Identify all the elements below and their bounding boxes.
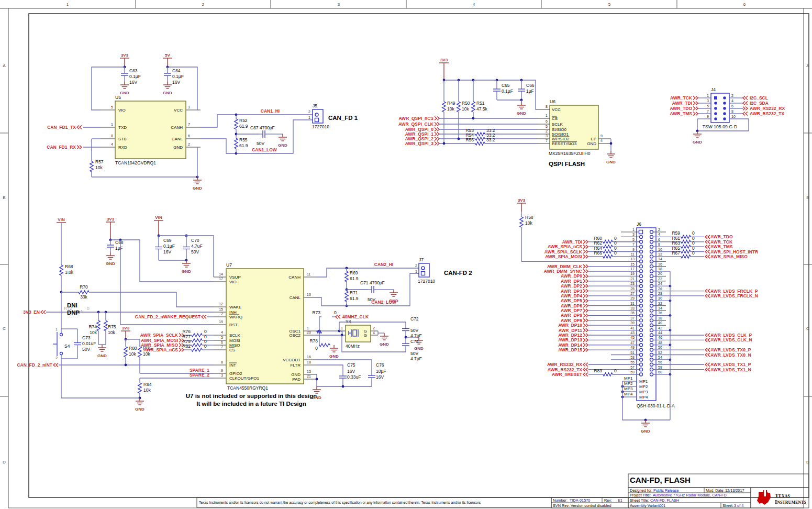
label-parts.r80.ref: R80 [129, 346, 137, 351]
pin-number: 7 [221, 345, 223, 349]
net-chevron-icon [202, 315, 206, 319]
pin-number: 8 [111, 134, 113, 138]
refdes: C68 [115, 240, 124, 245]
pin-number: 2 [188, 142, 190, 146]
junction-dot [610, 142, 613, 145]
net-label: CAN_FD_2_nINT [17, 362, 52, 368]
resistor-zigzag [475, 137, 485, 140]
net-chevron-icon [336, 315, 340, 319]
pin-number: 19 [219, 320, 223, 324]
net-chevron-icon [77, 126, 82, 129]
j6-pin [650, 324, 653, 327]
net-chevron-icon [435, 117, 439, 120]
pin-number: 9 [632, 248, 635, 251]
pin-number: 10 [731, 115, 736, 118]
mp-net-label: MP3 [624, 386, 633, 391]
resistor-zigzag [475, 142, 485, 145]
pin-number: 54 [658, 356, 662, 359]
switch-contact [60, 334, 63, 336]
pin-number: 4 [373, 331, 375, 335]
refdes: R55 [239, 137, 248, 142]
net-chevron-icon [583, 348, 588, 352]
j6-pin [640, 270, 643, 273]
dni-note: DNI [67, 302, 77, 308]
pin-number: 1 [55, 327, 58, 331]
gnd-label: GND [380, 342, 389, 347]
net-label: AWR_QSPI_nCS [398, 116, 433, 121]
frame-col-label: 5 [608, 2, 611, 7]
pin-number: 3 [546, 134, 548, 138]
net-chevron-icon [583, 270, 588, 273]
pin-number: 50 [658, 346, 662, 349]
pin-number: 45 [630, 336, 635, 339]
net-label: CAN_FD_2_nWAKE_REQUEST [135, 314, 201, 319]
pin-number: 3 [188, 105, 190, 109]
j6-pin [650, 290, 653, 293]
resistor-zigzag [345, 271, 348, 282]
pin-number: 8 [731, 109, 733, 113]
value: 61.9 [239, 124, 248, 129]
pin-name: WP/SIO2 [552, 137, 570, 141]
pin-number: 6 [546, 119, 548, 123]
label-titleblock.rev: E1 [618, 498, 622, 503]
pin-name: OSC2 [289, 333, 301, 338]
dnp-note: DNP [67, 309, 80, 316]
j4-pin [714, 117, 717, 120]
gnd-label: GND [182, 269, 191, 274]
value-dnp: 0 [87, 306, 90, 311]
net-label: AWR_QSPI_3 [405, 141, 434, 146]
label-titleblock.rev_label: Rev: [604, 498, 612, 503]
value: 0.1µF [172, 74, 184, 79]
mp-pin-name: MP3 [639, 390, 648, 394]
pin-name: TXD [118, 125, 127, 130]
label-parts.c76.v1: 10µF [376, 369, 386, 374]
resistor-zigzag [60, 265, 63, 275]
net-chevron-icon [705, 255, 710, 258]
resistor-zigzag [235, 119, 238, 129]
label-parts.r78.ref: R78 [309, 338, 318, 344]
value: 50V [82, 347, 90, 352]
label-j4.part: TSW-105-09-G-D [703, 124, 737, 129]
mp-net-label: MP4 [624, 392, 633, 396]
net-chevron-icon [743, 107, 748, 110]
net-chevron-icon [705, 338, 710, 342]
label-titleblock.project: Automotive 77GHz Radar Module, CAN-FD [653, 493, 727, 497]
resistor-zigzag [345, 291, 348, 302]
pin-number: 42 [658, 326, 662, 330]
gnd-label: GND [97, 353, 107, 358]
net-chevron-icon [693, 96, 698, 100]
label-parts.c72.v2: 4.7pF [410, 333, 422, 338]
junction-dot [458, 138, 460, 140]
ti-bug-icon [764, 490, 766, 496]
j5-pin2 [315, 113, 318, 116]
j4-pin [723, 102, 726, 105]
net-chevron-icon [583, 240, 588, 244]
gnd-label: GND [278, 143, 287, 148]
pin-name: EP [591, 137, 596, 141]
label-parts.c75.v2: 0.33uF [347, 374, 361, 380]
pin-number: 11 [631, 252, 635, 256]
resistor-zigzag [603, 255, 613, 258]
j6-pin [640, 358, 643, 361]
label-u7.part: TCAN4550RGYRQ1 [227, 385, 268, 391]
label-parts.r76.val: 0 [204, 329, 207, 334]
label-parts.c67.v: 50V [257, 141, 264, 146]
pin-number: 1 [632, 228, 635, 231]
label-parts.r56.val: 33.2 [486, 137, 495, 142]
net-label: AWR_LVDS_TX0_N [710, 352, 751, 358]
j6-pin [640, 304, 643, 307]
j6-pin [640, 240, 643, 244]
label-titleblock.project_label: Project Title: [630, 493, 651, 497]
refdes: C65 [502, 83, 510, 88]
j6-pin [650, 368, 653, 371]
pin-name: CS [229, 348, 235, 352]
pin-number: 4 [600, 139, 603, 142]
refdes: R52 [239, 118, 248, 123]
label-parts.r75.ref: R75 [108, 324, 116, 329]
pin-name: SI/SIO0 [552, 127, 567, 132]
pin-name: MISO [229, 343, 240, 348]
net-chevron-icon [583, 304, 588, 307]
pin-name: MOSI [229, 338, 240, 343]
value: 0 [614, 250, 617, 256]
label-titleblock.svn: Version control disabled [571, 503, 611, 508]
